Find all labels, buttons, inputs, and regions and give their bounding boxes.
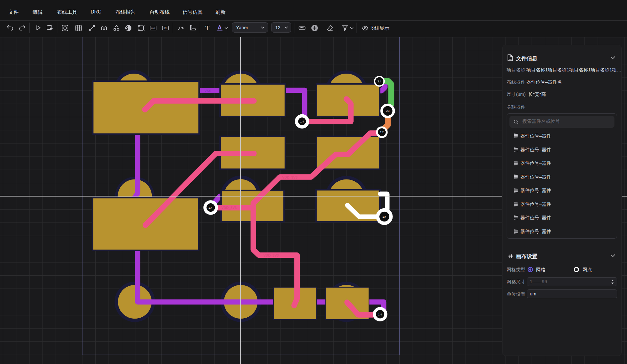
svg-text:2:3: 2:3 (386, 109, 390, 112)
svg-text:3:4: 3:4 (377, 80, 381, 83)
svg-text:IN: IN (164, 27, 166, 29)
svg-text:A: A (218, 24, 222, 31)
svg-text:VDD_3V3: VDD_3V3 (221, 206, 237, 210)
svg-text:1:4: 1:4 (208, 206, 212, 209)
svg-text:1:4: 1:4 (378, 313, 382, 316)
svg-text:1:4: 1:4 (382, 215, 386, 218)
svg-text:T: T (205, 24, 209, 32)
svg-text:VDD_3V3: VDD_3V3 (263, 253, 279, 257)
svg-text:1:4: 1:4 (300, 120, 304, 123)
svg-text:OUT: OUT (151, 27, 155, 29)
svg-text:1:2: 1:2 (380, 131, 384, 134)
svg-text:VSS: VSS (204, 89, 211, 93)
svg-text:VDD_3V3: VDD_3V3 (282, 175, 298, 179)
